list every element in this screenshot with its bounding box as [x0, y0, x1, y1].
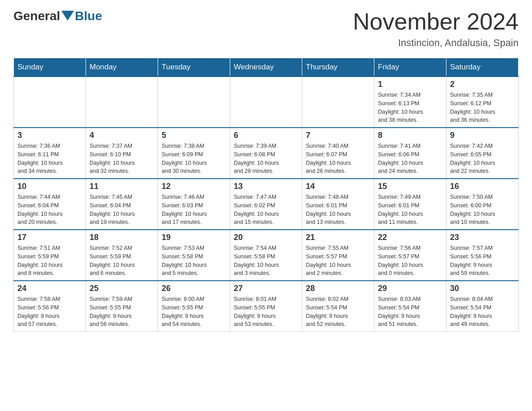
day-info: Sunrise: 7:46 AM Sunset: 6:03 PM Dayligh…	[162, 193, 226, 227]
calendar-cell: 14Sunrise: 7:48 AM Sunset: 6:01 PM Dayli…	[302, 179, 374, 230]
calendar-cell: 29Sunrise: 8:03 AM Sunset: 5:54 PM Dayli…	[374, 281, 446, 332]
logo-triangle-icon	[61, 11, 74, 21]
day-number: 12	[162, 182, 226, 191]
calendar-cell: 4Sunrise: 7:37 AM Sunset: 6:10 PM Daylig…	[86, 128, 158, 179]
day-number: 1	[378, 80, 442, 89]
logo-general-text: General	[13, 9, 60, 23]
day-number: 18	[90, 233, 154, 242]
calendar-cell: 18Sunrise: 7:52 AM Sunset: 5:59 PM Dayli…	[86, 230, 158, 281]
day-number: 20	[234, 233, 298, 242]
day-info: Sunrise: 7:58 AM Sunset: 5:56 PM Dayligh…	[17, 295, 82, 329]
calendar-cell: 15Sunrise: 7:49 AM Sunset: 6:01 PM Dayli…	[374, 179, 446, 230]
day-number: 3	[17, 131, 82, 140]
day-number: 29	[378, 284, 442, 293]
day-number: 13	[234, 182, 298, 191]
day-number: 28	[306, 284, 370, 293]
day-info: Sunrise: 7:59 AM Sunset: 5:55 PM Dayligh…	[90, 295, 154, 329]
day-number: 14	[306, 182, 370, 191]
day-info: Sunrise: 7:48 AM Sunset: 6:01 PM Dayligh…	[306, 193, 370, 227]
calendar-header-row: SundayMondayTuesdayWednesdayThursdayFrid…	[14, 58, 519, 77]
day-info: Sunrise: 7:53 AM Sunset: 5:58 PM Dayligh…	[162, 244, 226, 278]
calendar-cell	[302, 77, 374, 128]
calendar-cell: 19Sunrise: 7:53 AM Sunset: 5:58 PM Dayli…	[158, 230, 230, 281]
day-info: Sunrise: 7:55 AM Sunset: 5:57 PM Dayligh…	[306, 244, 370, 278]
calendar-cell	[158, 77, 230, 128]
day-info: Sunrise: 7:56 AM Sunset: 5:57 PM Dayligh…	[378, 244, 442, 278]
calendar-cell: 30Sunrise: 8:04 AM Sunset: 5:54 PM Dayli…	[446, 281, 519, 332]
day-info: Sunrise: 7:49 AM Sunset: 6:01 PM Dayligh…	[378, 193, 442, 227]
logo-blue-text: Blue	[75, 9, 102, 23]
day-info: Sunrise: 7:36 AM Sunset: 6:11 PM Dayligh…	[17, 142, 82, 176]
day-number: 25	[90, 284, 154, 293]
calendar-week-row: 3Sunrise: 7:36 AM Sunset: 6:11 PM Daylig…	[14, 128, 519, 179]
calendar-cell	[230, 77, 302, 128]
calendar-header-saturday: Saturday	[446, 58, 519, 77]
calendar-cell: 16Sunrise: 7:50 AM Sunset: 6:00 PM Dayli…	[446, 179, 519, 230]
day-info: Sunrise: 7:47 AM Sunset: 6:02 PM Dayligh…	[234, 193, 298, 227]
day-number: 19	[162, 233, 226, 242]
day-info: Sunrise: 7:52 AM Sunset: 5:59 PM Dayligh…	[90, 244, 154, 278]
page-header: General Blue November 2024 Instincion, A…	[13, 9, 519, 49]
calendar-cell: 10Sunrise: 7:44 AM Sunset: 6:04 PM Dayli…	[14, 179, 86, 230]
day-info: Sunrise: 7:37 AM Sunset: 6:10 PM Dayligh…	[90, 142, 154, 176]
day-info: Sunrise: 7:45 AM Sunset: 6:04 PM Dayligh…	[90, 193, 154, 227]
day-info: Sunrise: 8:02 AM Sunset: 5:54 PM Dayligh…	[306, 295, 370, 329]
day-number: 21	[306, 233, 370, 242]
calendar-cell: 21Sunrise: 7:55 AM Sunset: 5:57 PM Dayli…	[302, 230, 374, 281]
day-number: 30	[450, 284, 515, 293]
calendar-header-tuesday: Tuesday	[158, 58, 230, 77]
month-title: November 2024	[353, 9, 519, 34]
day-number: 11	[90, 182, 154, 191]
calendar-week-row: 24Sunrise: 7:58 AM Sunset: 5:56 PM Dayli…	[14, 281, 519, 332]
calendar-header-friday: Friday	[374, 58, 446, 77]
calendar-week-row: 1Sunrise: 7:34 AM Sunset: 6:13 PM Daylig…	[14, 77, 519, 128]
day-info: Sunrise: 7:50 AM Sunset: 6:00 PM Dayligh…	[450, 193, 515, 227]
logo: General Blue	[13, 9, 102, 23]
calendar-cell: 22Sunrise: 7:56 AM Sunset: 5:57 PM Dayli…	[374, 230, 446, 281]
day-number: 24	[17, 284, 82, 293]
calendar-cell: 3Sunrise: 7:36 AM Sunset: 6:11 PM Daylig…	[14, 128, 86, 179]
day-info: Sunrise: 7:44 AM Sunset: 6:04 PM Dayligh…	[17, 193, 82, 227]
calendar-cell: 17Sunrise: 7:51 AM Sunset: 5:59 PM Dayli…	[14, 230, 86, 281]
calendar-week-row: 17Sunrise: 7:51 AM Sunset: 5:59 PM Dayli…	[14, 230, 519, 281]
day-info: Sunrise: 8:04 AM Sunset: 5:54 PM Dayligh…	[450, 295, 515, 329]
day-number: 16	[450, 182, 515, 191]
calendar-cell: 2Sunrise: 7:35 AM Sunset: 6:12 PM Daylig…	[446, 77, 519, 128]
day-number: 5	[162, 131, 226, 140]
day-info: Sunrise: 7:41 AM Sunset: 6:06 PM Dayligh…	[378, 142, 442, 176]
calendar-cell: 12Sunrise: 7:46 AM Sunset: 6:03 PM Dayli…	[158, 179, 230, 230]
day-info: Sunrise: 7:40 AM Sunset: 6:07 PM Dayligh…	[306, 142, 370, 176]
calendar-cell: 20Sunrise: 7:54 AM Sunset: 5:58 PM Dayli…	[230, 230, 302, 281]
calendar-cell: 24Sunrise: 7:58 AM Sunset: 5:56 PM Dayli…	[14, 281, 86, 332]
calendar-week-row: 10Sunrise: 7:44 AM Sunset: 6:04 PM Dayli…	[14, 179, 519, 230]
day-info: Sunrise: 8:01 AM Sunset: 5:55 PM Dayligh…	[234, 295, 298, 329]
day-number: 2	[450, 80, 515, 89]
day-info: Sunrise: 7:38 AM Sunset: 6:09 PM Dayligh…	[162, 142, 226, 176]
day-number: 4	[90, 131, 154, 140]
calendar-cell: 13Sunrise: 7:47 AM Sunset: 6:02 PM Dayli…	[230, 179, 302, 230]
calendar-cell: 28Sunrise: 8:02 AM Sunset: 5:54 PM Dayli…	[302, 281, 374, 332]
calendar-cell: 11Sunrise: 7:45 AM Sunset: 6:04 PM Dayli…	[86, 179, 158, 230]
calendar-table: SundayMondayTuesdayWednesdayThursdayFrid…	[13, 58, 519, 332]
calendar-header-monday: Monday	[86, 58, 158, 77]
day-number: 15	[378, 182, 442, 191]
calendar-cell: 23Sunrise: 7:57 AM Sunset: 5:56 PM Dayli…	[446, 230, 519, 281]
day-info: Sunrise: 8:00 AM Sunset: 5:55 PM Dayligh…	[162, 295, 226, 329]
calendar-header-wednesday: Wednesday	[230, 58, 302, 77]
day-number: 23	[450, 233, 515, 242]
day-info: Sunrise: 7:51 AM Sunset: 5:59 PM Dayligh…	[17, 244, 82, 278]
day-number: 6	[234, 131, 298, 140]
calendar-cell: 8Sunrise: 7:41 AM Sunset: 6:06 PM Daylig…	[374, 128, 446, 179]
title-section: November 2024 Instincion, Andalusia, Spa…	[353, 9, 519, 49]
day-number: 7	[306, 131, 370, 140]
calendar-header-thursday: Thursday	[302, 58, 374, 77]
location: Instincion, Andalusia, Spain	[353, 37, 519, 49]
calendar-cell: 5Sunrise: 7:38 AM Sunset: 6:09 PM Daylig…	[158, 128, 230, 179]
day-number: 27	[234, 284, 298, 293]
calendar-cell: 27Sunrise: 8:01 AM Sunset: 5:55 PM Dayli…	[230, 281, 302, 332]
day-number: 22	[378, 233, 442, 242]
calendar-cell: 9Sunrise: 7:42 AM Sunset: 6:05 PM Daylig…	[446, 128, 519, 179]
calendar-cell	[86, 77, 158, 128]
day-number: 10	[17, 182, 82, 191]
day-number: 8	[378, 131, 442, 140]
